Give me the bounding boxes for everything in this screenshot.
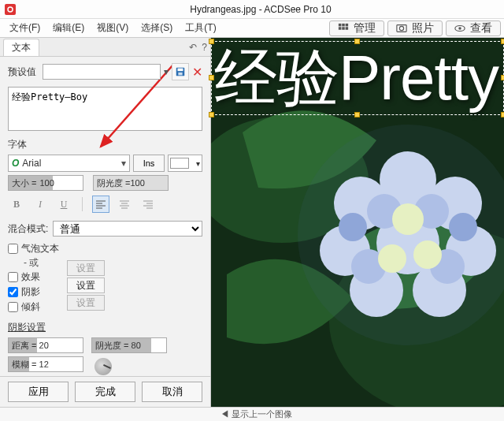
- svg-rect-14: [178, 73, 182, 76]
- svg-rect-2: [342, 23, 345, 26]
- resize-handle[interactable]: [209, 75, 214, 80]
- shadow-checkbox[interactable]: 阴影: [8, 285, 59, 300]
- skew-checkbox[interactable]: 倾斜: [8, 300, 59, 315]
- menu-tools[interactable]: 工具(T): [179, 19, 222, 37]
- svg-point-44: [378, 244, 406, 273]
- or-separator: - 或: [8, 256, 59, 270]
- text-selection-layer[interactable]: 经验Pretty: [211, 41, 504, 115]
- image-canvas[interactable]: 经验Pretty: [211, 38, 504, 407]
- save-preset-button[interactable]: [172, 63, 189, 80]
- bubble-text-checkbox[interactable]: 气泡文本: [8, 241, 59, 256]
- align-left-button[interactable]: [92, 196, 109, 213]
- chevron-down-icon: ▾: [121, 158, 126, 169]
- tab-text[interactable]: 文本: [3, 39, 39, 56]
- blend-mode-select[interactable]: 普通: [53, 221, 202, 237]
- text-color-picker[interactable]: ▾: [168, 155, 202, 172]
- shadow-settings-label: 阴影设置: [8, 321, 202, 334]
- help-icon[interactable]: ?: [202, 42, 207, 53]
- chevron-down-icon: ▾: [196, 159, 200, 168]
- shadow-blur-slider[interactable]: 模糊 = 12: [8, 356, 83, 372]
- undo-icon[interactable]: ↶: [189, 42, 197, 53]
- svg-point-0: [8, 7, 13, 12]
- delete-preset-button[interactable]: ✕: [192, 65, 202, 80]
- text-input[interactable]: [8, 87, 202, 131]
- align-right-button[interactable]: [139, 196, 157, 213]
- svg-point-8: [399, 26, 403, 30]
- opacity-slider[interactable]: 阴光度 =100: [93, 175, 169, 191]
- bold-button[interactable]: B: [8, 196, 25, 213]
- color-swatch: [170, 158, 189, 169]
- insert-button[interactable]: Ins: [133, 155, 165, 172]
- mode-view[interactable]: 查看: [446, 20, 501, 36]
- mode-manage[interactable]: 管理: [329, 20, 384, 36]
- shadow-settings-button[interactable]: 设置: [67, 278, 105, 293]
- shadow-angle-dial[interactable]: [91, 356, 115, 376]
- effect-settings-button: 设置: [67, 260, 105, 276]
- svg-rect-1: [339, 23, 342, 26]
- resize-handle[interactable]: [501, 75, 504, 80]
- menu-view[interactable]: 视图(V): [91, 19, 135, 37]
- blend-mode-label: 混合模式:: [8, 222, 48, 236]
- resize-handle[interactable]: [209, 112, 214, 117]
- text-tool-panel: 文本 ↶ ? 预设值 ▾ ✕ 字体 O: [0, 38, 211, 407]
- font-size-slider[interactable]: 大小 =100: [8, 175, 83, 191]
- svg-rect-5: [342, 27, 345, 30]
- resize-handle[interactable]: [501, 112, 504, 117]
- menu-bar: 文件(F) 编辑(E) 视图(V) 选择(S) 工具(T) 管理 照片 查看: [0, 19, 504, 38]
- mode-photo[interactable]: 照片: [387, 20, 443, 36]
- cancel-button[interactable]: 取消: [142, 382, 202, 402]
- shadow-opacity-slider[interactable]: 阴光度 = 80: [91, 337, 167, 353]
- preset-label: 预设值: [8, 65, 39, 79]
- done-button[interactable]: 完成: [75, 382, 135, 402]
- underline-button[interactable]: U: [55, 196, 72, 213]
- menu-file[interactable]: 文件(F): [3, 19, 46, 37]
- font-name: Arial: [22, 158, 41, 169]
- svg-point-46: [449, 213, 477, 241]
- menu-edit[interactable]: 编辑(E): [46, 19, 91, 37]
- svg-point-45: [413, 240, 442, 269]
- effect-checkbox[interactable]: 效果: [8, 270, 59, 285]
- menu-select[interactable]: 选择(S): [135, 19, 179, 37]
- resize-handle[interactable]: [354, 112, 360, 117]
- svg-rect-6: [346, 27, 349, 30]
- window-title: Hydrangeas.jpg - ACDSee Pro 10: [22, 4, 499, 15]
- align-center-button[interactable]: [116, 196, 133, 213]
- resize-handle[interactable]: [354, 39, 360, 44]
- italic-button[interactable]: I: [32, 196, 49, 213]
- preset-dropdown-icon[interactable]: ▾: [164, 66, 169, 77]
- svg-point-47: [339, 213, 367, 241]
- font-label: 字体: [8, 138, 202, 151]
- status-bar: ◀ 显示上一个图像: [0, 407, 504, 421]
- app-icon: [5, 4, 16, 15]
- svg-rect-13: [178, 69, 183, 72]
- svg-rect-4: [339, 27, 342, 30]
- resize-handle[interactable]: [209, 39, 214, 44]
- prev-image-button[interactable]: ◀ 显示上一个图像: [220, 408, 292, 420]
- svg-point-10: [458, 27, 461, 30]
- svg-rect-3: [346, 23, 349, 26]
- resize-handle[interactable]: [501, 39, 504, 44]
- skew-settings-button: 设置: [67, 295, 105, 311]
- font-logo-icon: O: [12, 158, 19, 169]
- apply-button[interactable]: 应用: [8, 382, 69, 402]
- title-bar: Hydrangeas.jpg - ACDSee Pro 10: [0, 0, 504, 19]
- shadow-distance-slider[interactable]: 距离 = 20: [8, 337, 83, 353]
- svg-point-43: [392, 203, 424, 235]
- preset-combo[interactable]: [43, 64, 161, 80]
- font-family-combo[interactable]: O Arial ▾: [8, 155, 130, 172]
